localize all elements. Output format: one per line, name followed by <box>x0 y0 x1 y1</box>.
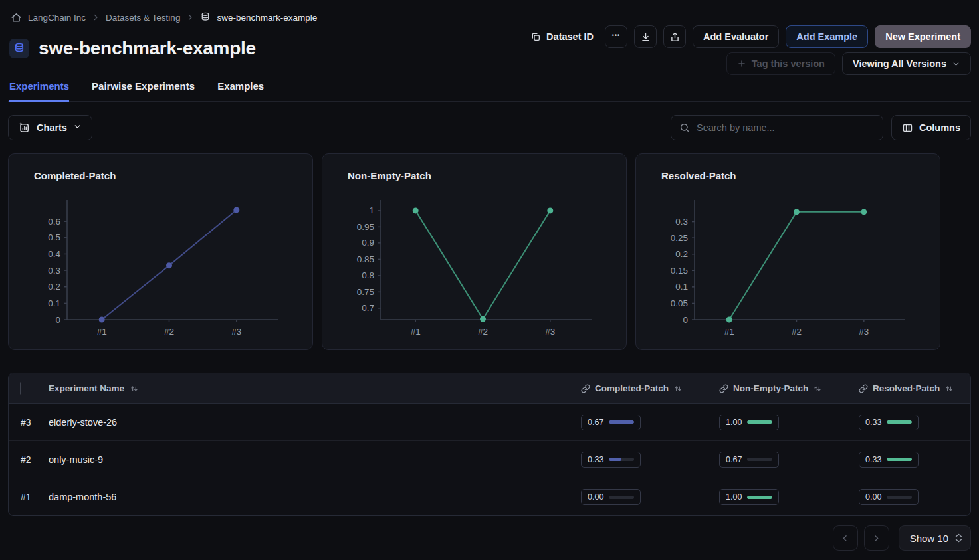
svg-text:#2: #2 <box>478 327 488 337</box>
experiment-name[interactable]: elderly-stove-26 <box>49 417 574 428</box>
sort-icon[interactable] <box>673 384 683 393</box>
breadcrumb-current: swe-benchmark-example <box>217 13 317 23</box>
svg-text:#1: #1 <box>724 327 734 337</box>
sort-icon[interactable] <box>944 384 954 393</box>
upload-icon <box>669 31 681 43</box>
svg-text:0.4: 0.4 <box>48 249 60 259</box>
actions-row-primary: Dataset ID ••• Add Evaluator Add Example… <box>526 25 971 48</box>
add-example-button[interactable]: Add Example <box>786 25 868 48</box>
tab-bar: Experiments Pairwise Experiments Example… <box>8 78 971 102</box>
svg-text:0.05: 0.05 <box>671 298 688 308</box>
search-icon <box>679 122 690 133</box>
link-icon <box>719 384 728 393</box>
metric-pill: 0.33 <box>859 415 919 430</box>
svg-text:1: 1 <box>369 205 374 215</box>
copy-icon <box>530 31 541 42</box>
svg-text:0: 0 <box>55 315 60 325</box>
svg-text:#1: #1 <box>97 327 107 337</box>
svg-text:#3: #3 <box>545 327 555 337</box>
page-size-select[interactable]: Show 10 <box>899 525 971 551</box>
svg-text:0.15: 0.15 <box>671 266 688 276</box>
charts-dropdown-button[interactable]: Charts <box>8 115 92 140</box>
svg-text:0.7: 0.7 <box>362 303 374 313</box>
metric-pill: 0.00 <box>859 489 919 505</box>
column-experiment-name: Experiment Name <box>49 383 124 393</box>
database-icon <box>200 12 211 23</box>
breadcrumb-datasets[interactable]: Datasets & Testing <box>106 13 180 23</box>
metric-pill: 0.67 <box>719 452 779 468</box>
dataset-page: LangChain Inc Datasets & Testing swe-ben… <box>0 0 979 560</box>
svg-text:0.3: 0.3 <box>675 217 688 227</box>
prev-page-button[interactable] <box>833 525 858 551</box>
sort-icon[interactable] <box>130 384 139 393</box>
chart-card-completed-patch: Completed-Patch 00.10.20.30.40.50.6#1#2#… <box>8 153 313 350</box>
table-row[interactable]: #3 elderly-stove-26 0.67 1.00 0.33 <box>9 404 970 441</box>
table-header: Experiment Name Completed-Patch Non-Empt <box>9 373 970 404</box>
more-actions-button[interactable]: ••• <box>605 25 627 48</box>
breadcrumb-org[interactable]: LangChain Inc <box>28 13 86 23</box>
metric-bar <box>887 458 912 461</box>
plus-icon <box>737 59 746 68</box>
column-non-empty-patch: Non-Empty-Patch <box>733 383 808 393</box>
table-row[interactable]: #2 only-music-9 0.33 0.67 0.33 <box>9 441 970 478</box>
dataset-id-button[interactable]: Dataset ID <box>526 25 598 48</box>
svg-text:#2: #2 <box>792 327 802 337</box>
chart-icon <box>19 122 31 134</box>
experiment-name[interactable]: only-music-9 <box>49 454 574 465</box>
svg-text:#3: #3 <box>859 327 869 337</box>
actions-row-versions: Tag this version Viewing All Versions <box>726 52 971 75</box>
line-chart-resolved-patch: 00.050.10.150.20.250.3#1#2#3 <box>643 189 935 345</box>
svg-text:#3: #3 <box>231 327 241 337</box>
chart-title: Completed-Patch <box>34 170 312 181</box>
metric-pill: 1.00 <box>719 489 779 505</box>
select-all-checkbox[interactable] <box>20 382 21 395</box>
chart-card-resolved-patch: Resolved-Patch 00.050.10.150.20.250.3#1#… <box>635 153 940 350</box>
columns-button[interactable]: Columns <box>891 115 971 140</box>
line-chart-non-empty-patch: 0.70.750.80.850.90.951#1#2#3 <box>329 189 621 345</box>
chevron-down-icon <box>73 122 82 133</box>
experiment-rank: #2 <box>9 454 49 465</box>
tab-experiments[interactable]: Experiments <box>9 78 69 102</box>
pagination: Show 10 <box>8 525 971 551</box>
chevron-right-icon <box>92 13 100 21</box>
tab-examples[interactable]: Examples <box>217 78 264 101</box>
dataset-icon <box>9 39 29 58</box>
svg-text:0.6: 0.6 <box>48 217 60 227</box>
svg-text:0.1: 0.1 <box>675 282 688 292</box>
experiment-name[interactable]: damp-month-56 <box>49 492 574 502</box>
next-page-button[interactable] <box>864 525 889 551</box>
download-button[interactable] <box>634 25 657 48</box>
svg-text:0.95: 0.95 <box>357 222 374 232</box>
tab-pairwise-experiments[interactable]: Pairwise Experiments <box>92 78 195 101</box>
metric-pill: 0.67 <box>581 415 641 430</box>
metric-bar <box>887 420 912 424</box>
page-title: swe-benchmark-example <box>39 38 256 59</box>
search-box <box>671 115 883 140</box>
search-input[interactable] <box>697 122 875 133</box>
experiment-rank: #3 <box>9 417 49 428</box>
upload-button[interactable] <box>663 25 686 48</box>
metric-bar <box>747 496 772 499</box>
chevron-left-icon <box>840 533 850 543</box>
metric-pill: 0.33 <box>581 452 641 468</box>
viewing-versions-dropdown[interactable]: Viewing All Versions <box>842 52 971 75</box>
svg-text:0.25: 0.25 <box>671 233 688 243</box>
svg-text:0.9: 0.9 <box>362 238 374 248</box>
download-icon <box>640 31 651 43</box>
metric-bar <box>747 420 772 424</box>
add-evaluator-button[interactable]: Add Evaluator <box>693 25 779 48</box>
svg-text:0.8: 0.8 <box>362 270 374 280</box>
metric-bar <box>747 458 772 461</box>
table-row[interactable]: #1 damp-month-56 0.00 1.00 0.00 <box>9 478 970 515</box>
chart-title: Resolved-Patch <box>661 170 940 181</box>
sort-icon[interactable] <box>813 384 822 393</box>
up-down-caret-icon <box>955 533 962 543</box>
new-experiment-button[interactable]: New Experiment <box>875 25 971 48</box>
svg-text:0.2: 0.2 <box>48 282 60 292</box>
svg-text:0.5: 0.5 <box>48 233 60 242</box>
more-icon: ••• <box>612 33 620 39</box>
svg-text:0.75: 0.75 <box>357 287 374 297</box>
column-resolved-patch: Resolved-Patch <box>873 383 940 393</box>
home-icon[interactable] <box>11 12 22 23</box>
svg-text:0: 0 <box>683 315 688 325</box>
